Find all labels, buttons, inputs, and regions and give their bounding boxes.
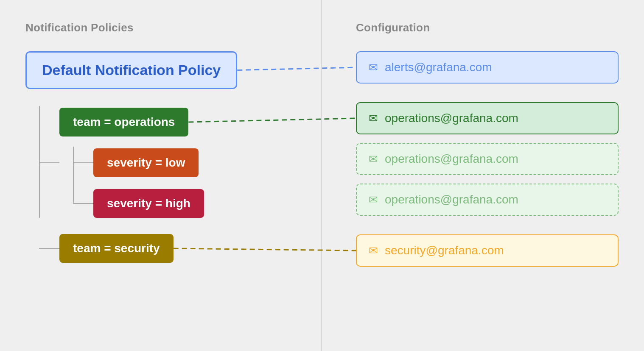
config-default-box: ✉ alerts@grafana.com — [356, 51, 619, 84]
mail-icon-severity-low: ✉ — [369, 153, 378, 166]
config-list: ✉ alerts@grafana.com ✉ operations@grafan… — [356, 51, 619, 267]
tree-children: team = operations severity = low severit… — [25, 102, 296, 269]
mail-icon-operations: ✉ — [369, 112, 378, 125]
config-operations-email: operations@grafana.com — [385, 111, 518, 125]
config-security-box: ✉ security@grafana.com — [356, 234, 619, 267]
config-severity-high-email: operations@grafana.com — [385, 193, 518, 206]
left-panel: Notification Policies Default Notificati… — [0, 0, 322, 351]
sub-item-severity-high: severity = high — [93, 183, 296, 224]
tree-item-security: team = security — [59, 228, 296, 269]
config-operations-box: ✉ operations@grafana.com — [356, 102, 619, 134]
mail-icon-severity-high: ✉ — [369, 193, 378, 206]
default-policy-node: Default Notification Policy — [25, 51, 237, 89]
severity-low-node: severity = low — [93, 148, 199, 177]
config-severity-low-box: ✉ operations@grafana.com — [356, 143, 619, 175]
policy-tree: Default Notification Policy team = opera… — [25, 51, 296, 269]
right-panel-title: Configuration — [356, 21, 619, 34]
mail-icon-default: ✉ — [369, 61, 378, 74]
config-severity-high-box: ✉ operations@grafana.com — [356, 184, 619, 216]
config-severity-low-email: operations@grafana.com — [385, 152, 518, 166]
right-panel: Configuration ✉ alerts@grafana.com ✉ ope… — [322, 0, 644, 351]
tree-item-operations: team = operations severity = low severit… — [59, 102, 296, 224]
sub-item-severity-low: severity = low — [93, 142, 296, 183]
config-security-email: security@grafana.com — [385, 244, 504, 257]
config-default-email: alerts@grafana.com — [385, 61, 492, 74]
operations-node: team = operations — [59, 108, 188, 136]
severity-high-node: severity = high — [93, 189, 204, 218]
security-node: team = security — [59, 234, 174, 263]
main-container: Notification Policies Default Notificati… — [0, 0, 644, 351]
sub-children-operations: severity = low severity = high — [59, 142, 296, 224]
mail-icon-security: ✉ — [369, 244, 378, 257]
left-panel-title: Notification Policies — [25, 21, 296, 34]
